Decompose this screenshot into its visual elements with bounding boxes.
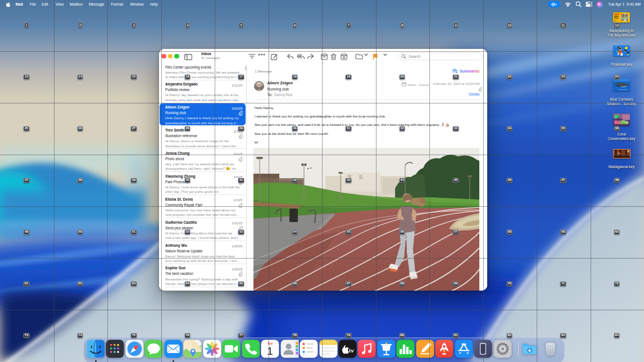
svg-text:CORAL: CORAL [614, 114, 619, 115]
svg-text:BLUE CORRIDORS: BLUE CORRIDORS [619, 88, 628, 89]
svg-text:tv: tv [349, 347, 354, 354]
